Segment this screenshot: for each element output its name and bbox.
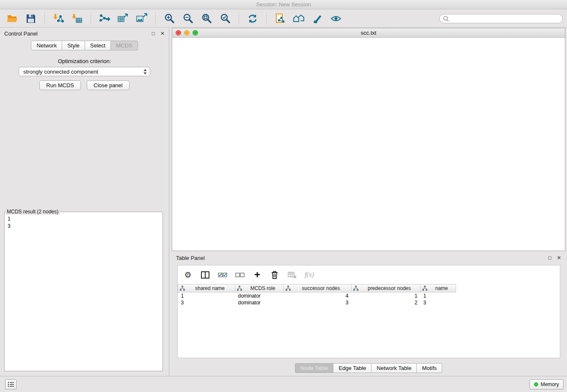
eye-icon <box>330 13 341 24</box>
minimize-window-icon[interactable]: − <box>184 30 190 36</box>
import-network-button[interactable] <box>50 11 66 26</box>
column-header-successor-nodes[interactable]: successor nodes <box>284 284 352 293</box>
table-row[interactable]: 1dominator411 <box>178 293 456 299</box>
zoom-fit-button[interactable] <box>198 11 215 26</box>
zoom-selected-icon <box>220 13 231 24</box>
network-window-title: scc.txt <box>172 30 565 36</box>
main-toolbar <box>0 10 567 28</box>
select-all-button[interactable] <box>217 269 228 280</box>
zoom-out-icon <box>183 13 193 24</box>
style-brush-icon <box>312 13 323 24</box>
export-network-icon <box>99 13 110 24</box>
zoom-selected-button[interactable] <box>217 11 233 26</box>
export-network-button[interactable] <box>96 11 113 26</box>
open-session-button[interactable] <box>4 11 20 26</box>
column-sort-icon <box>180 286 185 291</box>
table-cell[interactable]: dominator <box>235 293 284 299</box>
zoom-in-button[interactable] <box>161 11 177 26</box>
refresh-icon <box>247 13 258 24</box>
zoom-out-button[interactable] <box>180 11 196 26</box>
close-window-icon[interactable]: × <box>176 30 181 36</box>
table-cell[interactable]: 3 <box>421 299 456 306</box>
tab-motifs[interactable]: Motifs <box>417 363 442 373</box>
export-table-button[interactable] <box>115 11 131 26</box>
table-cell[interactable]: dominator <box>235 299 284 306</box>
dropdown-arrows-icon <box>143 69 147 75</box>
tab-style[interactable]: Style <box>62 41 85 50</box>
column-header-shared-name[interactable]: shared name <box>178 284 235 293</box>
table-cell[interactable]: 3 <box>284 299 352 306</box>
import-network-icon <box>52 13 64 24</box>
tab-edge-table[interactable]: Edge Table <box>333 363 372 373</box>
tab-network-table[interactable]: Network Table <box>372 363 417 373</box>
float-panel-icon[interactable]: □ <box>152 30 155 36</box>
network-from-clipboard-button[interactable] <box>272 11 288 26</box>
optimization-label: Optimization criterion: <box>0 58 169 64</box>
import-table-button[interactable] <box>69 11 85 26</box>
memory-button[interactable]: Memory <box>529 379 564 389</box>
show-panels-button[interactable] <box>5 379 17 389</box>
table-cell[interactable]: 2 <box>352 299 421 306</box>
column-sort-icon <box>237 286 242 291</box>
zoom-fit-icon <box>201 13 212 24</box>
control-panel-header: Control Panel □ ✕ <box>0 28 169 39</box>
columns-icon <box>201 271 210 279</box>
toolbar-separator <box>44 13 45 25</box>
function-builder-button[interactable]: f(x) <box>304 269 314 280</box>
column-header-mcds-role[interactable]: MCDS role <box>235 284 284 293</box>
table-panel-header: Table Panel □ ✕ <box>172 252 565 263</box>
search-icon <box>443 16 449 22</box>
function-icon: f(x) <box>305 271 314 279</box>
network-graph[interactable] <box>172 38 565 251</box>
table-settings-button[interactable]: ⚙ <box>183 269 193 280</box>
delete-table-button[interactable] <box>287 269 297 280</box>
add-button[interactable]: + <box>252 269 262 280</box>
trash-icon <box>270 270 279 279</box>
mcds-result-line: 1 <box>8 215 160 223</box>
plus-icon: + <box>254 271 260 279</box>
close-panel-button[interactable]: Close panel <box>87 80 129 90</box>
window-title: Session: New Session <box>256 1 311 8</box>
criterion-dropdown[interactable]: strongly connected component <box>19 67 150 76</box>
open-folder-icon <box>7 13 18 24</box>
table-row[interactable]: 3dominator323 <box>178 299 456 306</box>
refresh-view-button[interactable] <box>245 11 261 26</box>
criterion-value: strongly connected component <box>23 69 98 75</box>
search-input[interactable] <box>451 16 559 22</box>
window-titlebar[interactable]: Session: New Session <box>0 0 567 9</box>
mcds-result-legend: MCDS result (2 nodes) <box>6 209 60 215</box>
close-table-panel-icon[interactable]: ✕ <box>557 255 561 261</box>
deselect-all-button[interactable] <box>235 269 245 280</box>
style-brush-button[interactable] <box>309 11 325 26</box>
select-all-icon <box>218 271 227 279</box>
close-panel-icon[interactable]: ✕ <box>160 30 165 36</box>
export-image-button[interactable] <box>134 11 150 26</box>
table-cell[interactable]: 3 <box>178 299 235 306</box>
save-session-button[interactable] <box>23 11 39 26</box>
mcds-result-list[interactable]: 13 <box>5 215 162 231</box>
float-table-panel-icon[interactable]: □ <box>548 255 551 261</box>
table-cell[interactable]: 1 <box>352 293 421 299</box>
home-network-button[interactable] <box>291 11 307 26</box>
column-sort-icon <box>286 286 291 291</box>
table-cell[interactable]: 1 <box>178 293 235 299</box>
table-cell[interactable]: 4 <box>284 293 352 299</box>
tab-mcds[interactable]: MCDS <box>111 41 138 50</box>
tab-node-table[interactable]: Node Table <box>295 363 334 373</box>
tab-select[interactable]: Select <box>85 41 111 50</box>
show-columns-button[interactable] <box>200 269 210 280</box>
table-cell[interactable]: 1 <box>421 293 456 299</box>
tab-network[interactable]: Network <box>31 41 62 50</box>
search-box[interactable] <box>439 14 563 23</box>
gear-icon: ⚙ <box>184 270 191 279</box>
delete-button[interactable] <box>270 269 280 280</box>
maximize-window-icon[interactable]: + <box>193 30 198 36</box>
run-mcds-button[interactable]: Run MCDS <box>39 80 81 90</box>
network-view-window: scc.txt × − + <box>172 28 565 251</box>
column-header-predecessor-nodes[interactable]: predecessor nodes <box>352 284 421 293</box>
toolbar-separator <box>155 13 156 25</box>
home-network-icon <box>293 13 305 24</box>
network-window-titlebar[interactable]: scc.txt × − + <box>172 28 565 38</box>
column-header-name[interactable]: name <box>421 284 456 293</box>
show-hide-button[interactable] <box>328 11 344 26</box>
